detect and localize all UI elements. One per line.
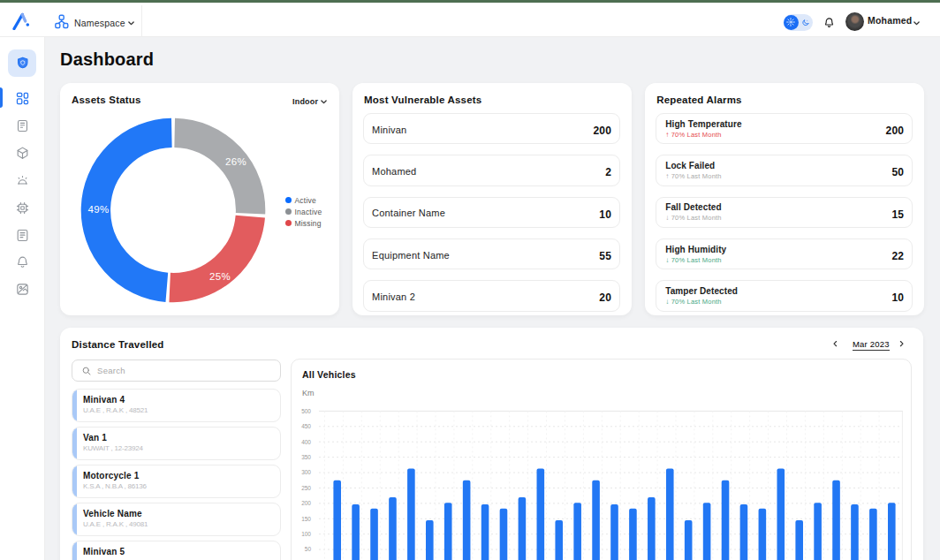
svg-text:150: 150 [301,516,311,522]
svg-text:500: 500 [301,408,311,414]
svg-text:350: 350 [301,454,311,460]
svg-text:250: 250 [301,485,311,491]
svg-text:300: 300 [301,470,311,476]
svg-text:400: 400 [301,439,311,445]
svg-text:100: 100 [301,531,311,537]
svg-text:450: 450 [301,423,311,429]
svg-text:200: 200 [301,500,311,506]
svg-text:50: 50 [304,547,311,553]
